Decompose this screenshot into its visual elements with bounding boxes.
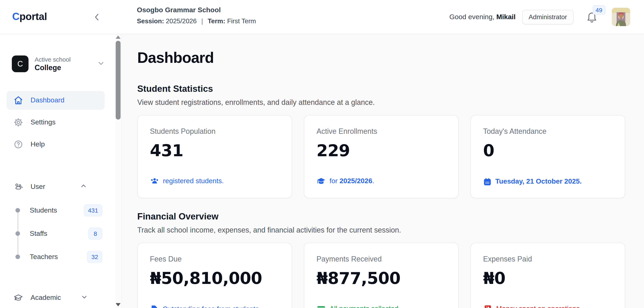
greeting-prefix: Good evening, xyxy=(449,13,494,21)
students-count-badge: 431 xyxy=(84,204,102,216)
card-label: Payments Received xyxy=(316,255,446,263)
sidebar-item-settings[interactable]: Settings xyxy=(6,113,105,132)
top-header: Cportal Osogbo Grammar School Session: 2… xyxy=(0,0,644,34)
term-value: First Term xyxy=(227,18,256,25)
sidebar: C Active school College Dashboard xyxy=(0,34,122,308)
student-stats-heading: Student Statistics xyxy=(137,83,625,94)
help-icon xyxy=(14,139,23,149)
card-label: Students Population xyxy=(150,127,280,136)
divider: | xyxy=(198,18,206,25)
sidebar-item-label: Help xyxy=(30,140,45,148)
session-value: 2025/2026 xyxy=(166,18,196,25)
card-label: Today's Attendance xyxy=(483,127,613,136)
card-value: ₦0 xyxy=(483,269,613,287)
scrollbar-thumb[interactable] xyxy=(116,41,120,119)
chevron-down-icon xyxy=(81,293,88,302)
payments-collected-link[interactable]: All payments collected. xyxy=(316,304,446,308)
note-text: All payments collected. xyxy=(330,305,400,308)
home-icon xyxy=(14,95,23,105)
session-label: Session: xyxy=(137,18,164,25)
main-content: Dashboard Student Statistics View studen… xyxy=(122,34,644,308)
app-logo: Cportal xyxy=(12,11,47,23)
note-text: Money spent on operations. xyxy=(496,305,582,308)
card-value: ₦50,810,000 xyxy=(150,269,280,287)
card-label: Fees Due xyxy=(150,255,280,263)
active-school-name: College xyxy=(34,63,71,72)
scrollbar-up-arrow[interactable] xyxy=(116,36,120,39)
fees-due-link[interactable]: Outstanding fees from students. xyxy=(150,304,280,308)
card-value: ₦877,500 xyxy=(316,269,446,287)
student-stats-description: View student registrations, enrollments,… xyxy=(137,98,625,107)
card-value: 431 xyxy=(150,141,280,160)
school-name: Osogbo Grammar School xyxy=(137,6,256,14)
sub-item-label: Students xyxy=(30,206,57,214)
role-badge[interactable]: Administrator xyxy=(522,10,574,24)
registered-students-link[interactable]: registered students. xyxy=(150,177,280,186)
financial-cards: Fees Due ₦50,810,000 Outstanding fees fr… xyxy=(137,243,625,308)
notification-count-badge: 49 xyxy=(593,5,605,15)
enrollment-session-link[interactable]: for 2025/2026. xyxy=(316,177,446,186)
file-minus-icon xyxy=(150,304,159,308)
financial-overview-heading: Financial Overview xyxy=(137,211,625,222)
term-label: Term: xyxy=(208,18,226,25)
sidebar-item-teachers[interactable]: Teachers 32 xyxy=(0,245,122,268)
sidebar-nav: Dashboard Settings xyxy=(0,91,122,307)
logo-accent-letter: C xyxy=(12,11,20,22)
user-name: Mikail xyxy=(496,13,516,21)
student-stats-cards: Students Population 431 registered stude… xyxy=(137,115,625,198)
chevron-down-icon xyxy=(97,59,105,69)
greeting-text: Good evening, Mikail xyxy=(449,13,516,21)
payments-received-card: Payments Received ₦877,500 All payments … xyxy=(304,243,459,308)
user-sub-list: Students 431 Staffs 8 Teachers 32 xyxy=(0,199,122,268)
sidebar-section-user[interactable]: User xyxy=(6,178,105,196)
sidebar-section-label: User xyxy=(30,183,45,191)
school-info: Osogbo Grammar School Session: 2025/2026… xyxy=(137,6,256,25)
sidebar-scrollbar xyxy=(115,34,121,308)
app-window: Cportal Osogbo Grammar School Session: 2… xyxy=(0,0,644,308)
sidebar-item-label: Settings xyxy=(30,118,56,126)
school-switcher[interactable]: C Active school College xyxy=(12,55,105,73)
students-population-card: Students Population 431 registered stude… xyxy=(137,115,292,198)
avatar[interactable] xyxy=(612,8,630,26)
bullet-dot-icon xyxy=(16,255,20,259)
staffs-count-badge: 8 xyxy=(88,228,102,239)
card-value: 229 xyxy=(316,141,446,160)
session-term-line: Session: 2025/2026 | Term: First Term xyxy=(137,18,256,25)
sidebar-section-label: Academic xyxy=(30,294,61,302)
note-text: Outstanding fees from students. xyxy=(162,305,261,308)
header-right-cluster: Good evening, Mikail Administrator 49 xyxy=(449,0,630,34)
todays-attendance-card: Today's Attendance 0 xyxy=(470,115,625,198)
logo-rest: portal xyxy=(20,11,47,22)
sidebar-item-staffs[interactable]: Staffs 8 xyxy=(0,222,122,245)
bell-icon xyxy=(586,18,598,25)
teachers-count-badge: 32 xyxy=(87,251,102,263)
calendar-icon xyxy=(483,177,492,186)
sidebar-item-students[interactable]: Students 431 xyxy=(0,199,122,222)
academic-cap-icon xyxy=(14,293,23,303)
credit-card-icon xyxy=(316,304,326,308)
sub-item-label: Staffs xyxy=(30,229,47,238)
card-label: Active Enrollments xyxy=(316,127,446,136)
active-enrollments-card: Active Enrollments 229 for 2025/2026. xyxy=(304,115,459,198)
attendance-date-link[interactable]: Tuesday, 21 October 2025. xyxy=(483,177,613,186)
active-school-caption: Active school xyxy=(34,56,71,63)
page-title: Dashboard xyxy=(137,50,625,66)
fees-due-card: Fees Due ₦50,810,000 Outstanding fees fr… xyxy=(137,243,292,308)
chevron-up-icon xyxy=(80,182,87,192)
school-logo: C xyxy=(12,56,28,72)
sidebar-collapse-button[interactable] xyxy=(92,12,102,22)
sidebar-item-label: Dashboard xyxy=(30,96,64,104)
sidebar-item-help[interactable]: Help xyxy=(6,135,105,154)
financial-overview-description: Track all school income, expenses, and f… xyxy=(137,226,625,234)
graduation-cap-icon xyxy=(316,177,326,186)
sidebar-item-dashboard[interactable]: Dashboard xyxy=(6,91,105,110)
gear-icon xyxy=(14,117,23,127)
expenses-paid-card: Expenses Paid ₦0 Money spent on operatio… xyxy=(470,243,625,308)
chevron-left-icon xyxy=(92,16,102,23)
expenses-link[interactable]: Money spent on operations. xyxy=(483,304,613,308)
users-icon xyxy=(14,182,23,192)
note-text: registered students. xyxy=(163,177,224,185)
sidebar-section-academic[interactable]: Academic xyxy=(6,288,105,307)
scrollbar-down-arrow[interactable] xyxy=(116,303,120,306)
notifications-button[interactable]: 49 xyxy=(586,11,598,24)
